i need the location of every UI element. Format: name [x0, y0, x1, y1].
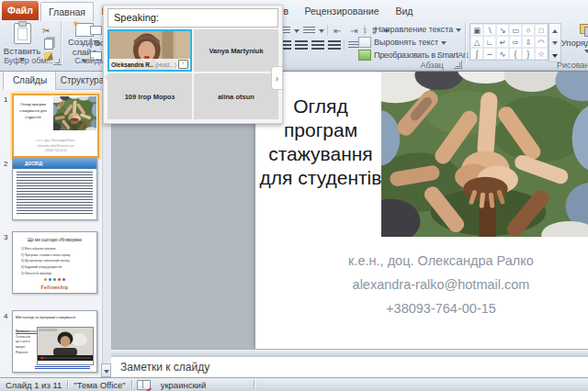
layout-icon — [90, 26, 102, 35]
fellowship-logo: Fellowship — [13, 268, 96, 290]
gallery-more-button[interactable] — [552, 54, 558, 58]
slide-4-preview: Мій погляд на програми стажування Сутніс… — [12, 310, 97, 373]
reset-icon — [90, 39, 92, 48]
thumb-4-link-lines — [35, 365, 90, 369]
shape-option[interactable]: △ — [470, 36, 483, 48]
shape-option[interactable]: { — [509, 48, 522, 60]
participant-tile-host[interactable]: Oleksandra R... (Host...) ↑ — [107, 29, 192, 72]
fellowship-logo-text: Fellowship — [13, 285, 96, 290]
thumb-3-title: Що ми сьогодні обговоримо — [13, 238, 96, 242]
slide-photo-hands[interactable] — [381, 72, 588, 237]
dropdown-arrow-icon — [294, 29, 300, 33]
tab-file[interactable]: Файл — [2, 1, 39, 20]
text-direction-button[interactable]: ↕ Направление текста — [358, 24, 461, 35]
paragraph-dialog-launcher[interactable] — [454, 61, 462, 69]
tab-view[interactable]: Вид — [388, 2, 421, 20]
participant-tile[interactable]: 109 Ігор Мороз — [107, 73, 192, 119]
arrange-button[interactable]: Упорядочить — [560, 24, 588, 53]
spell-check-icon[interactable] — [137, 380, 151, 390]
align-center-icon — [295, 40, 308, 50]
dropdown-arrow-icon — [441, 41, 447, 45]
tab-outline[interactable]: Структура — [55, 72, 109, 90]
scroll-down-icon — [104, 370, 109, 374]
slide-indicator: Слайд 1 из 11 — [0, 380, 67, 390]
slide-thumbnail-4[interactable]: 4 Мій погляд на програми стажування Сутн… — [12, 310, 99, 373]
thumb-1-title: Огляд програм стажування для студентів — [16, 102, 51, 120]
language-indicator[interactable]: украинский — [155, 380, 212, 390]
slide-thumbnail-1[interactable]: 1 Огляд програм стажування для студентів… — [12, 94, 99, 158]
slide-canvas[interactable]: Огляд програм стажування для студентів к… — [255, 72, 588, 349]
dropdown-arrow-icon — [319, 29, 324, 33]
host-badge: (Host...) — [155, 61, 176, 68]
gallery-scroll-up[interactable] — [552, 29, 558, 33]
participant-name: Oleksandra R... — [111, 61, 153, 68]
scrollbar-down-button[interactable] — [101, 363, 111, 377]
gallery-next-arrow[interactable]: › — [271, 66, 282, 90]
shape-option[interactable]: ◠ — [535, 36, 548, 48]
slide-thumbnail-2[interactable]: 2 ДОСВІД: — [12, 158, 99, 220]
contact-line: alexandra-ralko@hotmail.com — [274, 273, 588, 296]
gallery-prev-arrow[interactable]: ‹ — [105, 72, 107, 82]
thumb-4-video-frame — [37, 327, 94, 365]
dropdown-arrow-icon — [584, 50, 588, 53]
shape-option[interactable]: ⇨ — [509, 36, 522, 48]
slide-2-preview: ДОСВІД: — [12, 158, 97, 220]
shape-option[interactable]: ∖ — [483, 24, 496, 36]
separator — [254, 380, 254, 389]
shape-option[interactable]: ↵ — [496, 36, 509, 48]
text-direction-icon: ↕ — [358, 24, 372, 35]
slide-number: 2 — [4, 160, 7, 168]
convert-smartart-button[interactable]: Преобразовать в SmartArt — [358, 50, 476, 61]
tab-home[interactable]: Главная — [40, 2, 94, 21]
participant-grid: Oleksandra R... (Host...) ↑ Vanya Martyn… — [107, 29, 278, 119]
shape-option[interactable]: ⇩ — [522, 36, 535, 48]
scissors-icon: ✂ — [42, 26, 50, 36]
shape-option[interactable]: ▣ — [470, 24, 483, 36]
participant-tile[interactable]: Vanya Martyniuk — [194, 29, 278, 72]
shape-option[interactable]: ↘ — [496, 24, 509, 36]
shape-option[interactable]: ▭ — [509, 24, 522, 36]
thumbnail-list: 1 Огляд програм стажування для студентів… — [0, 90, 103, 378]
justify-button[interactable] — [327, 39, 341, 50]
slide-thumbnail-3[interactable]: 3 Що ми сьогодні обговоримо 1) Мета обра… — [12, 231, 99, 294]
notes-pane[interactable]: Заметки к слайду — [111, 357, 588, 378]
thumb-1-photo — [53, 96, 96, 134]
participant-name: alina otsun — [218, 93, 254, 101]
paragraph-row-2 — [277, 39, 369, 50]
align-center-button[interactable] — [294, 39, 308, 50]
speaking-header: Speaking: — [107, 8, 278, 28]
copy-icon — [44, 39, 53, 50]
tab-review[interactable]: Рецензирование — [298, 2, 386, 20]
theme-name: "Тема Office" — [68, 380, 130, 390]
thumb-1-contact: к.е.н., доц. Олександра Ралко alexandra-… — [14, 139, 97, 154]
tab-slides[interactable]: Слайды — [3, 72, 57, 90]
shape-option[interactable]: ∟ — [483, 36, 496, 48]
shapes-gallery-scrollbar — [548, 23, 561, 62]
align-right-button[interactable] — [311, 39, 324, 50]
participant-name: 109 Ігор Мороз — [125, 93, 175, 101]
align-text-icon — [358, 37, 371, 48]
fellowship-figures-icon — [13, 268, 96, 285]
thumb-4-side-text: Мотивація Основа або ще з чого в процесі… — [16, 330, 34, 355]
slide-contact-textbox[interactable]: к.е.н., доц. Олександра Ралко alexandra-… — [274, 249, 588, 320]
shape-option[interactable]: ∼ — [483, 48, 496, 60]
group-separator — [61, 22, 62, 64]
decrease-indent-button[interactable]: ⇤ — [331, 25, 345, 36]
shape-option[interactable]: } — [522, 48, 535, 60]
gallery-scroll-down[interactable] — [552, 41, 558, 45]
shape-option[interactable]: ☆ — [535, 48, 548, 60]
shapes-gallery: ▣ ∖ ↘ ▭ ○ □ △ ∟ ↵ ⇨ ⇩ ◠ ʃ ∼ ∿ { } ☆ — [469, 23, 548, 61]
slides-panel: Слайды Структура 1 Огляд програм стажува… — [0, 72, 112, 378]
shape-option[interactable]: ○ — [522, 24, 535, 36]
paste-label: Вставить — [4, 46, 40, 56]
participant-tile[interactable]: alina otsun — [194, 73, 278, 119]
shape-option[interactable]: □ — [535, 24, 548, 36]
shape-option[interactable]: ʃ — [470, 48, 483, 60]
thumb-2-body-text — [17, 172, 93, 214]
separator — [344, 39, 345, 50]
numbering-button[interactable] — [302, 25, 316, 36]
screen-share-icon[interactable]: ↑ — [178, 60, 188, 69]
slides-panel-scrollbar[interactable] — [102, 90, 111, 378]
align-text-button[interactable]: Выровнять текст — [358, 37, 447, 48]
shape-option[interactable]: ∿ — [496, 48, 509, 60]
